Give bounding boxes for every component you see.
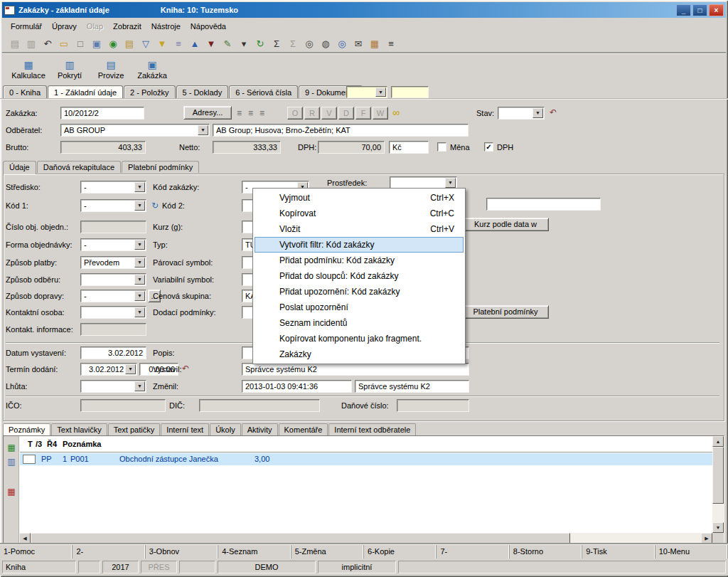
flag-o-button[interactable]: O <box>287 107 303 120</box>
filter-icon[interactable]: ▽ <box>139 36 153 51</box>
menu-item-vlozit[interactable]: Vložit Ctrl+V <box>255 221 464 237</box>
kalkulace-button[interactable]: ▦ Kalkulace <box>8 56 49 83</box>
mail-icon[interactable]: ✉ <box>351 36 365 51</box>
row-selector-cell[interactable] <box>23 455 36 464</box>
stredisko-combo[interactable]: - <box>80 181 146 194</box>
stav-combo[interactable] <box>498 107 545 120</box>
note-delete-icon[interactable]: ▦ <box>6 486 17 497</box>
zakazka-field[interactable]: 10/2012/2 <box>60 107 144 120</box>
note-add-icon[interactable]: ▦ <box>6 442 17 453</box>
dropdown-arrow-icon[interactable] <box>445 178 456 188</box>
dph-checkbox[interactable] <box>484 142 493 152</box>
tab-interni-text-odberatele[interactable]: Interní text odběratele <box>328 423 416 435</box>
function-key[interactable]: 2- <box>73 545 145 559</box>
function-key[interactable]: 7- <box>437 545 509 559</box>
tab-kniha[interactable]: 0 - Kniha <box>3 85 47 98</box>
note-edit-icon[interactable]: ▥ <box>6 456 17 467</box>
flag-w-button[interactable]: W <box>373 107 388 120</box>
zpusob-platby-combo[interactable]: Převodem <box>80 256 146 269</box>
undo-icon[interactable]: ↶ <box>41 36 55 51</box>
function-key[interactable]: 1-Pomoc <box>0 545 73 559</box>
vertical-scrollbar[interactable]: ▲ ▼ <box>712 436 724 533</box>
table-row[interactable]: PP 1 P001 Obchodní zástupce Janečka 3,00 <box>20 453 712 465</box>
address-list-icon-3[interactable]: ≡ <box>259 109 264 117</box>
tab-text-paticky[interactable]: Text patičky <box>108 423 160 435</box>
menu-formular[interactable]: Formulář <box>6 20 47 33</box>
menu-item-zakazky[interactable]: Zakázky <box>255 346 464 362</box>
dropdown-arrow-icon[interactable] <box>134 182 145 192</box>
function-key[interactable]: 6-Kopie <box>364 545 437 559</box>
scroll-right-icon[interactable]: ▶ <box>701 533 712 544</box>
restore-button[interactable]: □ <box>692 4 707 16</box>
flag-f-button[interactable]: F <box>355 107 371 120</box>
dropdown-arrow-icon[interactable] <box>134 381 145 391</box>
mena-checkbox[interactable] <box>437 142 446 152</box>
new-document-icon[interactable]: □ <box>73 36 87 51</box>
tab-danova-rekapitulace[interactable]: Daňová rekapitulace <box>37 161 121 173</box>
dropdown-arrow-icon[interactable] <box>134 291 145 301</box>
tab-aktivity[interactable]: Aktivity <box>242 423 278 435</box>
filter-edit-icon[interactable]: ▼ <box>155 36 169 51</box>
menu-item-vytvorit-filtr[interactable]: Vytvořit filtr: Kód zakázky <box>255 237 464 253</box>
flag-d-button[interactable]: D <box>338 107 354 120</box>
edit-record-icon[interactable]: ✎ <box>220 36 235 51</box>
refresh-icon[interactable]: ↻ <box>253 36 267 51</box>
platebni-podminky-button[interactable]: Platební podmínky <box>462 305 549 319</box>
find-icon[interactable]: ◎ <box>302 36 316 51</box>
kod1-combo[interactable]: - <box>80 199 146 212</box>
quick-filter-combo[interactable] <box>346 86 387 98</box>
scroll-up-icon[interactable]: ▲ <box>712 436 724 447</box>
menu-item-kopirovat[interactable]: Kopírovat Ctrl+C <box>255 206 464 221</box>
link-rings-icon[interactable]: ∞ <box>392 108 400 117</box>
find-record-icon[interactable]: ◍ <box>318 36 333 51</box>
scroll-down-icon[interactable]: ▼ <box>712 522 724 533</box>
edit-dropdown-icon[interactable]: ▾ <box>237 36 251 51</box>
kontaktni-osoba-combo[interactable] <box>80 306 146 319</box>
minimize-button[interactable]: _ <box>676 4 691 16</box>
menu-olap[interactable]: Olap <box>82 20 108 33</box>
provize-button[interactable]: ▤ Provize <box>90 56 132 83</box>
menu-item-pridat-upozorneni[interactable]: Přidat upozornění: Kód zakázky <box>255 284 464 300</box>
dropdown-arrow-icon[interactable] <box>125 364 136 374</box>
menu-item-poslat-upozorneni[interactable]: Poslat upozornění <box>255 300 464 315</box>
dropdown-arrow-icon[interactable] <box>134 201 145 211</box>
dropdown-arrow-icon[interactable] <box>375 88 386 97</box>
function-key[interactable]: 9-Tisk <box>582 545 655 559</box>
tab-text-hlavicky[interactable]: Text hlavičky <box>51 423 107 435</box>
menu-item-vyjmout[interactable]: Vyjmout Ctrl+X <box>255 190 464 206</box>
refresh-kod2-icon[interactable]: ↻ <box>151 201 159 210</box>
vertical-scroll-thumb[interactable] <box>712 447 724 504</box>
zpusob-odberu-combo[interactable] <box>80 273 146 286</box>
quick-filter-field[interactable] <box>391 86 429 98</box>
save-close-icon[interactable]: ▥ <box>24 36 38 51</box>
flag-r-button[interactable]: R <box>304 107 320 120</box>
forma-objednavky-combo[interactable]: - <box>80 238 146 251</box>
tab-seriova-cisla[interactable]: 6 - Sériová čísla <box>229 85 298 98</box>
lhuta-combo[interactable] <box>80 380 146 393</box>
zakazka-button[interactable]: ▣ Zakázka <box>132 56 173 83</box>
sort-icon[interactable]: ≡ <box>171 36 186 51</box>
tab-komentare[interactable]: Komentáře <box>279 423 328 435</box>
close-button[interactable]: × <box>709 4 724 16</box>
horizontal-scroll-thumb[interactable] <box>31 533 570 544</box>
tab-udaje[interactable]: Údaje <box>3 161 36 174</box>
columns-icon[interactable]: ≡ <box>384 36 398 51</box>
revert-date-icon[interactable]: ↶ <box>182 364 189 373</box>
open-folder-icon[interactable]: ▭ <box>57 36 71 51</box>
menu-zobrazit[interactable]: Zobrazit <box>108 20 146 33</box>
function-key[interactable]: 3-Obnov <box>146 545 218 559</box>
save-icon[interactable]: ▤ <box>8 36 22 51</box>
menu-item-kopirovat-komponentu[interactable]: Kopírovat komponentu jako fragment. <box>255 331 464 346</box>
pokryti-button[interactable]: ▥ Pokrytí <box>49 56 90 83</box>
revert-status-icon[interactable]: ↶ <box>550 108 557 117</box>
menu-napoveda[interactable]: Nápověda <box>186 20 231 33</box>
sum-icon[interactable]: Σ <box>269 36 284 51</box>
odberatel-combo[interactable]: AB GROUP <box>60 124 210 137</box>
move-down-icon[interactable]: ▼ <box>204 36 218 51</box>
odberatel-detail-field[interactable]: AB Group; Husova; Brno-Žebětín; KAT <box>213 124 469 137</box>
paste-icon[interactable]: ▤ <box>122 36 136 51</box>
scroll-left-icon[interactable]: ◀ <box>19 533 31 544</box>
zpusob-dopravy-combo[interactable]: - <box>80 290 146 302</box>
dropdown-arrow-icon[interactable] <box>198 125 208 135</box>
tab-ukoly[interactable]: Úkoly <box>210 423 241 435</box>
